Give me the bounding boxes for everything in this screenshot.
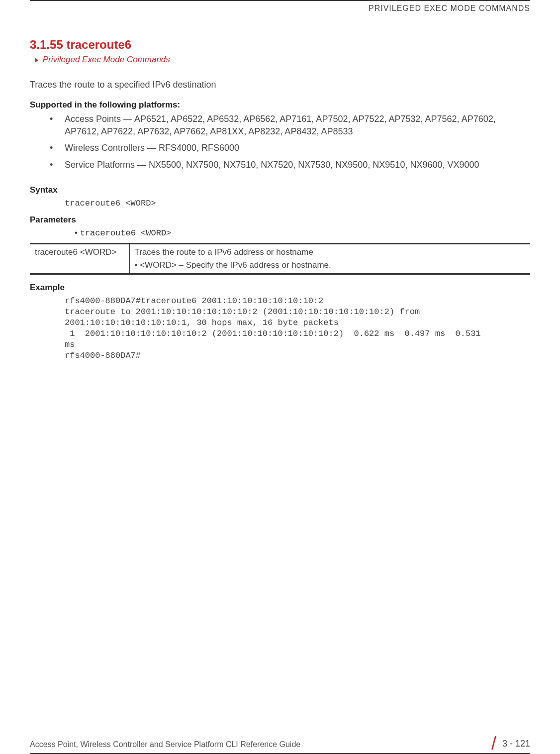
- chapter-title: PRIVILEGED EXEC MODE COMMANDS: [369, 4, 530, 12]
- page-footer: Access Point, Wireless Controller and Se…: [30, 738, 530, 754]
- syntax-heading: Syntax: [30, 185, 530, 195]
- example-code: rfs4000-880DA7#traceroute6 2001:10:10:10…: [65, 296, 530, 362]
- supported-list: Access Points — AP6521, AP6522, AP6532, …: [30, 113, 530, 175]
- slash-icon: /: [491, 738, 496, 749]
- section-description: Traces the route to a specified IPv6 des…: [30, 80, 530, 90]
- footer-right: / 3 - 121: [491, 738, 530, 749]
- arrow-right-icon: [35, 58, 38, 63]
- parameters-heading: Parameters: [30, 215, 530, 225]
- page-header: PRIVILEGED EXEC MODE COMMANDS: [30, 0, 530, 13]
- param-name-cell: traceroute6 <WORD>: [30, 243, 129, 274]
- breadcrumb-text: Privileged Exec Mode Commands: [43, 55, 170, 64]
- section-title: 3.1.55 traceroute6: [30, 38, 530, 52]
- list-item: Access Points — AP6521, AP6522, AP6532, …: [30, 113, 530, 138]
- param-desc-line1: Traces the route to a IPv6 address or ho…: [135, 247, 526, 257]
- list-item: Service Platforms — NX5500, NX7500, NX75…: [30, 159, 530, 171]
- breadcrumb[interactable]: Privileged Exec Mode Commands: [35, 55, 530, 65]
- parameters-bullet: • traceroute6 <WORD>: [75, 228, 530, 238]
- footer-left: Access Point, Wireless Controller and Se…: [30, 740, 300, 749]
- syntax-code: traceroute6 <WORD>: [65, 198, 530, 209]
- param-desc-cell: Traces the route to a IPv6 address or ho…: [129, 243, 530, 274]
- table-row: traceroute6 <WORD> Traces the route to a…: [30, 243, 530, 274]
- parameters-table: traceroute6 <WORD> Traces the route to a…: [30, 243, 530, 275]
- page-number: 3 - 121: [502, 739, 530, 749]
- param-desc-line2: • <WORD> – Specify the IPv6 address or h…: [135, 260, 526, 270]
- example-heading: Example: [30, 283, 530, 293]
- list-item: Wireless Controllers — RFS4000, RFS6000: [30, 142, 530, 154]
- supported-heading: Supported in the following platforms:: [30, 100, 530, 110]
